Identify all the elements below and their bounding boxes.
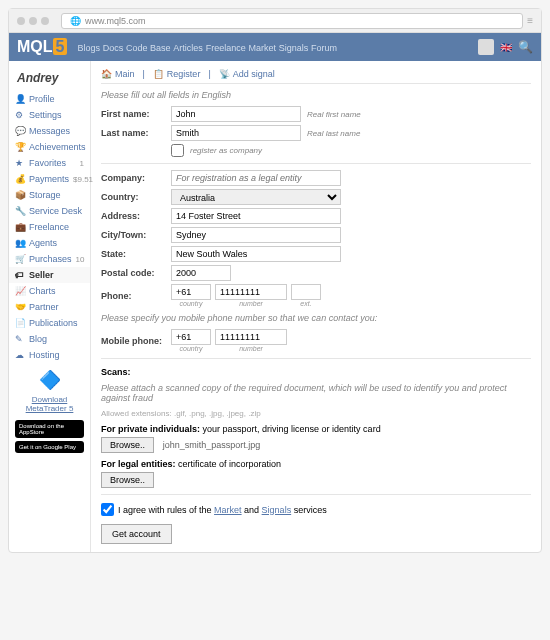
storage-icon: 📦 [15, 190, 25, 200]
mobile-label: Mobile phone: [101, 336, 165, 346]
sidebar-item-partner[interactable]: 🤝Partner [9, 299, 90, 315]
service desk-icon: 🔧 [15, 206, 25, 216]
browse-legal-button[interactable]: Browse.. [101, 472, 154, 488]
sidebar-item-blog[interactable]: ✎Blog [9, 331, 90, 347]
state-field[interactable] [171, 246, 341, 262]
sidebar: Andrey 👤Profile⚙Settings💬Messages🏆Achiev… [9, 61, 91, 552]
sidebar-item-service-desk[interactable]: 🔧Service Desk [9, 203, 90, 219]
form-note: Please fill out all fields in English [101, 90, 531, 100]
country-select[interactable]: Australia [171, 189, 341, 205]
sidebar-item-settings[interactable]: ⚙Settings [9, 107, 90, 123]
scans-title: Scans: [101, 367, 531, 377]
window-dot [41, 17, 49, 25]
nav-signals[interactable]: Signals [279, 43, 309, 53]
top-nav: MQL5 Blogs Docs Code Base Articles Freel… [9, 33, 541, 61]
uploaded-filename: john_smith_passport.jpg [163, 440, 261, 450]
nav-freelance[interactable]: Freelance [206, 43, 246, 53]
country-label: Country: [101, 192, 165, 202]
charts-icon: 📈 [15, 286, 25, 296]
sidebar-item-messages[interactable]: 💬Messages [9, 123, 90, 139]
mobile-number-field[interactable] [215, 329, 287, 345]
window-dot [17, 17, 25, 25]
scans-note: Please attach a scanned copy of the requ… [101, 383, 531, 403]
partner-icon: 🤝 [15, 302, 25, 312]
achievements-icon: 🏆 [15, 142, 25, 152]
username: Andrey [9, 65, 90, 91]
sidebar-item-payments[interactable]: 💰Payments$9.51 [9, 171, 90, 187]
signal-icon: 📡 [219, 69, 230, 79]
logo[interactable]: MQL5 [17, 38, 67, 56]
avatar[interactable] [478, 39, 494, 55]
appstore-button[interactable]: Download on the AppStore [15, 420, 84, 438]
browse-private-button[interactable]: Browse.. [101, 437, 154, 453]
sidebar-item-seller[interactable]: 🏷Seller [9, 267, 90, 283]
postal-field[interactable] [171, 265, 231, 281]
sidebar-item-purchases[interactable]: 🛒Purchases10 [9, 251, 90, 267]
city-label: City/Town: [101, 230, 165, 240]
sidebar-item-favorites[interactable]: ★Favorites1 [9, 155, 90, 171]
tab-add-signal[interactable]: 📡Add signal [219, 69, 275, 79]
messages-icon: 💬 [15, 126, 25, 136]
last-name-field[interactable] [171, 125, 301, 141]
publications-icon: 📄 [15, 318, 25, 328]
address-label: Address: [101, 211, 165, 221]
get-account-button[interactable]: Get account [101, 524, 172, 544]
sidebar-item-publications[interactable]: 📄Publications [9, 315, 90, 331]
url-bar[interactable]: 🌐 www.mql5.com [61, 13, 523, 29]
signals-link[interactable]: Signals [262, 505, 292, 515]
favorites-icon: ★ [15, 158, 25, 168]
googleplay-button[interactable]: Get it on Google Play [15, 441, 84, 453]
tab-main[interactable]: 🏠Main [101, 69, 135, 79]
sidebar-item-charts[interactable]: 📈Charts [9, 283, 90, 299]
nav-market[interactable]: Market [248, 43, 276, 53]
menu-icon[interactable]: ≡ [527, 15, 533, 26]
phone-country-field[interactable] [171, 284, 211, 300]
nav-forum[interactable]: Forum [311, 43, 337, 53]
hosting-icon: ☁ [15, 350, 25, 360]
nav-blogs[interactable]: Blogs [77, 43, 100, 53]
purchases-icon: 🛒 [15, 254, 25, 264]
download-link[interactable]: Download MetaTrader 5 [9, 391, 90, 417]
settings-icon: ⚙ [15, 110, 25, 120]
sidebar-item-achievements[interactable]: 🏆Achievements [9, 139, 90, 155]
agree-checkbox[interactable] [101, 503, 114, 516]
home-icon: 🏠 [101, 69, 112, 79]
url-text: www.mql5.com [85, 16, 146, 26]
city-field[interactable] [171, 227, 341, 243]
nav-code-base[interactable]: Code Base [126, 43, 171, 53]
register-icon: 📋 [153, 69, 164, 79]
tab-register[interactable]: 📋Register [153, 69, 201, 79]
allowed-extensions: Allowed extensions: .gif, .png, .jpg, .j… [101, 409, 531, 418]
freelance-icon: 💼 [15, 222, 25, 232]
phone-ext-field[interactable] [291, 284, 321, 300]
browser-toolbar: 🌐 www.mql5.com ≡ [9, 9, 541, 33]
sidebar-item-hosting[interactable]: ☁Hosting [9, 347, 90, 363]
first-name-label: First name: [101, 109, 165, 119]
mobile-note: Please specify you mobile phone number s… [101, 313, 531, 323]
address-field[interactable] [171, 208, 341, 224]
first-name-hint: Real first name [307, 110, 361, 119]
sidebar-item-freelance[interactable]: 💼Freelance [9, 219, 90, 235]
seller-icon: 🏷 [15, 270, 25, 280]
phone-number-field[interactable] [215, 284, 287, 300]
main-content: 🏠Main | 📋Register | 📡Add signal Please f… [91, 61, 541, 552]
nav-docs[interactable]: Docs [103, 43, 124, 53]
window-dot [29, 17, 37, 25]
company-field[interactable] [171, 170, 341, 186]
metatrader-icon: 🔷 [9, 369, 90, 391]
search-icon[interactable]: 🔍 [518, 40, 533, 54]
first-name-field[interactable] [171, 106, 301, 122]
last-name-label: Last name: [101, 128, 165, 138]
sidebar-item-profile[interactable]: 👤Profile [9, 91, 90, 107]
phone-label: Phone: [101, 291, 165, 301]
nav-articles[interactable]: Articles [173, 43, 203, 53]
tabs: 🏠Main | 📋Register | 📡Add signal [101, 69, 531, 84]
mobile-country-field[interactable] [171, 329, 211, 345]
sidebar-item-storage[interactable]: 📦Storage [9, 187, 90, 203]
profile-icon: 👤 [15, 94, 25, 104]
flag-icon[interactable]: 🇬🇧 [500, 42, 512, 53]
sidebar-item-agents[interactable]: 👥Agents [9, 235, 90, 251]
market-link[interactable]: Market [214, 505, 242, 515]
agents-icon: 👥 [15, 238, 25, 248]
register-company-checkbox[interactable] [171, 144, 184, 157]
